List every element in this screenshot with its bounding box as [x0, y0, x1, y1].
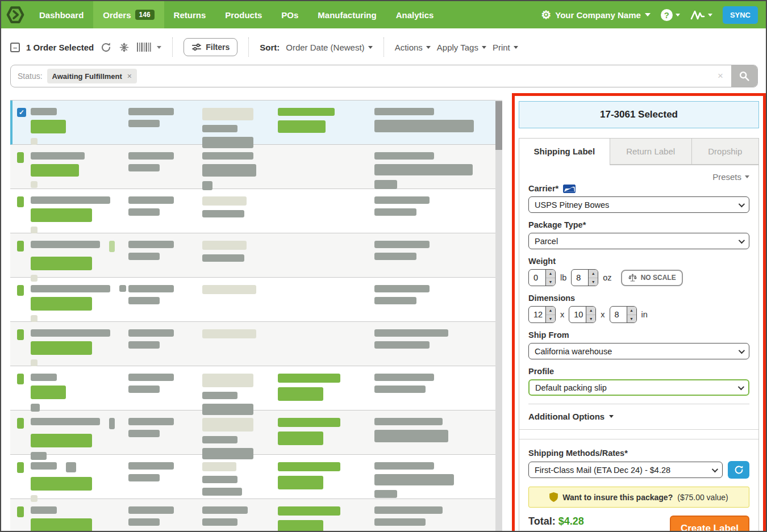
profile-select[interactable]: Default packing slip — [528, 379, 749, 396]
decrement-icon[interactable]: ▼ — [586, 315, 595, 323]
nav-item-label: Manufacturing — [318, 10, 376, 20]
redacted-bar — [374, 152, 434, 160]
dim-length-value: 12 — [529, 307, 545, 322]
redacted-cell — [31, 329, 128, 371]
nav-item-analytics[interactable]: Analytics — [386, 1, 444, 28]
redacted-cell — [31, 152, 128, 195]
nav-item-returns[interactable]: Returns — [164, 1, 216, 28]
expand-icon[interactable] — [118, 41, 130, 53]
create-label-button[interactable]: Create Label — [670, 516, 749, 532]
hexagon-logo-icon — [6, 5, 25, 24]
row-status-chip[interactable] — [17, 285, 24, 296]
redacted-cell — [128, 462, 202, 506]
redacted-cell — [278, 152, 374, 195]
sort-dropdown[interactable]: Order Date (Newest) — [286, 43, 372, 52]
help-menu[interactable]: ? — [661, 9, 680, 21]
decrement-icon[interactable]: ▼ — [546, 278, 555, 286]
company-menu[interactable]: ⚙ Your Company Name — [541, 9, 651, 20]
dim-width-stepper[interactable]: 10 ▲▼ — [569, 306, 596, 323]
search-button[interactable] — [731, 65, 757, 87]
increment-icon[interactable]: ▲ — [627, 307, 636, 315]
presets-label: Presets — [712, 172, 741, 182]
nav-item-products[interactable]: Products — [215, 1, 272, 28]
redacted-cell — [374, 196, 495, 238]
row-status-chip[interactable] — [17, 152, 24, 163]
clear-search-icon[interactable]: × — [710, 70, 731, 82]
no-scale-button[interactable]: NO SCALE — [621, 270, 683, 286]
chevron-down-icon — [712, 466, 718, 472]
table-row[interactable] — [10, 322, 495, 366]
activity-menu[interactable] — [690, 9, 712, 21]
increment-icon[interactable]: ▲ — [586, 307, 595, 315]
nav-item-pos[interactable]: POs — [272, 1, 308, 28]
row-status-chip[interactable] — [17, 374, 24, 384]
row-status-chip[interactable] — [17, 506, 24, 517]
redacted-bar — [202, 506, 248, 514]
table-row[interactable]: ✓ — [10, 100, 495, 145]
list-scrollbar[interactable] — [495, 100, 502, 532]
redacted-bar — [128, 285, 174, 292]
row-status-chip[interactable] — [17, 196, 24, 207]
app-logo[interactable] — [1, 1, 30, 28]
redacted-cell — [374, 374, 495, 420]
apply-tags-dropdown[interactable]: Apply Tags — [437, 43, 486, 52]
weight-lb-stepper[interactable]: 0 ▲▼ — [528, 269, 556, 286]
chevron-down-icon — [368, 46, 373, 49]
dim-height-stepper[interactable]: 8 ▲▼ — [610, 306, 637, 323]
dim-length-stepper[interactable]: 12 ▲▼ — [528, 306, 556, 323]
filters-button[interactable]: Filters — [184, 38, 237, 56]
insurance-banner[interactable]: Want to insure this package? ($75.00 val… — [528, 487, 749, 508]
increment-icon[interactable]: ▲ — [546, 270, 555, 278]
barcode-menu[interactable] — [136, 42, 161, 52]
chevron-down-icon — [157, 46, 161, 49]
tab-return-label[interactable]: Return Label — [610, 138, 692, 165]
row-status-chip[interactable] — [17, 462, 24, 473]
row-status-chip[interactable] — [17, 418, 24, 429]
redacted-cell — [31, 506, 128, 532]
tab-shipping-label[interactable]: Shipping Label — [519, 138, 610, 165]
table-row[interactable] — [10, 366, 495, 410]
redacted-bar — [128, 152, 174, 160]
tab-dropship[interactable]: Dropship — [692, 138, 759, 165]
table-row[interactable] — [10, 233, 495, 278]
redacted-bar — [374, 374, 434, 381]
redacted-bar — [374, 418, 443, 425]
refresh-icon[interactable] — [100, 41, 112, 53]
nav-item-manufacturing[interactable]: Manufacturing — [308, 1, 386, 28]
increment-icon[interactable]: ▲ — [546, 307, 555, 315]
print-dropdown[interactable]: Print — [493, 43, 518, 52]
search-input[interactable]: Status: Awaiting Fulfillment × × — [10, 65, 758, 87]
divider — [519, 430, 758, 439]
weight-oz-stepper[interactable]: 8 ▲▼ — [571, 269, 598, 286]
nav-item-orders[interactable]: Orders146 — [93, 1, 164, 28]
remove-tag-icon[interactable]: × — [127, 72, 132, 81]
select-all-checkbox[interactable]: – — [10, 43, 20, 52]
package-type-select[interactable]: Parcel — [528, 233, 749, 249]
row-status-chip[interactable] — [17, 241, 24, 252]
scrollbar-thumb[interactable] — [495, 101, 502, 150]
ship-from-select[interactable]: California warehouse — [528, 343, 749, 359]
carrier-select[interactable]: USPS Pitney Bowes — [528, 196, 749, 213]
nav-item-dashboard[interactable]: Dashboard — [30, 1, 93, 28]
decrement-icon[interactable]: ▼ — [589, 278, 598, 286]
decrement-icon[interactable]: ▼ — [627, 315, 636, 323]
table-row[interactable] — [10, 189, 495, 233]
redacted-bar — [202, 152, 253, 160]
redacted-bar — [374, 462, 434, 470]
actions-label: Actions — [395, 43, 423, 52]
activity-icon — [690, 9, 705, 21]
chevron-down-icon — [514, 46, 518, 49]
increment-icon[interactable]: ▲ — [589, 270, 598, 278]
row-checkbox-checked[interactable]: ✓ — [17, 108, 26, 117]
top-nav: DashboardOrders146ReturnsProductsPOsManu… — [1, 1, 766, 28]
row-status-chip[interactable] — [17, 329, 24, 340]
sync-button[interactable]: SYNC — [723, 6, 758, 24]
additional-options-toggle[interactable]: Additional Options — [528, 412, 749, 421]
refresh-rates-button[interactable] — [728, 461, 749, 479]
actions-dropdown[interactable]: Actions — [395, 43, 431, 52]
shipping-rate-select[interactable]: First-Class Mail (ETA Dec 24) - $4.28 — [528, 462, 723, 478]
redacted-bar — [128, 518, 160, 526]
weight-label: Weight — [528, 257, 749, 266]
decrement-icon[interactable]: ▼ — [546, 315, 555, 323]
presets-dropdown[interactable]: Presets — [712, 172, 749, 182]
